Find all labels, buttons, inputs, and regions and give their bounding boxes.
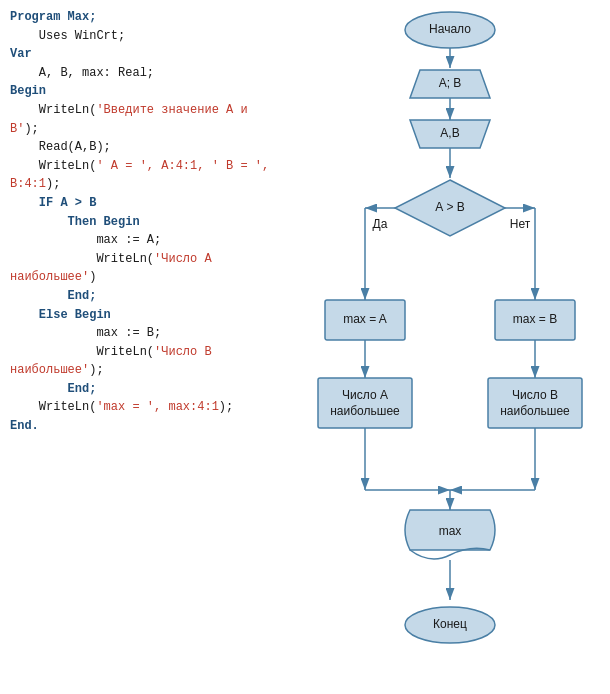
input-label: А; В bbox=[439, 76, 462, 90]
no-label: Нет bbox=[510, 217, 531, 231]
output-max-label: max bbox=[439, 524, 462, 538]
code-line-14: Else Begin bbox=[10, 306, 270, 325]
code-line-8: WriteLn(' A = ', A:4:1, ' B = ', B:4:1); bbox=[10, 157, 270, 194]
code-line-17: End; bbox=[10, 380, 270, 399]
code-line-3: Var bbox=[10, 45, 270, 64]
code-line-1: Program Max; bbox=[10, 8, 270, 27]
code-line-7: Read(A,B); bbox=[10, 138, 270, 157]
code-line-11: max := A; bbox=[10, 231, 270, 250]
code-line-15: max := B; bbox=[10, 324, 270, 343]
code-line-10: Then Begin bbox=[10, 213, 270, 232]
code-line-9: IF A > B bbox=[10, 194, 270, 213]
result-a-label-2: наибольшее bbox=[330, 404, 400, 418]
result-a-label-1: Число А bbox=[342, 388, 388, 402]
max-a-label: max = A bbox=[343, 312, 387, 326]
code-section: Program Max; Uses WinCrt; Var A, B, max:… bbox=[10, 8, 270, 436]
code-line-6: WriteLn('Введите значение А и В'); bbox=[10, 101, 270, 138]
yes-label: Да bbox=[373, 217, 388, 231]
start-label: Начало bbox=[429, 22, 471, 36]
code-line-4: A, B, max: Real; bbox=[10, 64, 270, 83]
result-b-shape bbox=[488, 378, 582, 428]
condition-label: А > В bbox=[435, 200, 465, 214]
result-a-shape bbox=[318, 378, 412, 428]
code-line-12: WriteLn('Число А наибольшее') bbox=[10, 250, 270, 287]
result-b-label-2: наибольшее bbox=[500, 404, 570, 418]
code-line-5: Begin bbox=[10, 82, 270, 101]
code-line-13: End; bbox=[10, 287, 270, 306]
code-line-16: WriteLn('Число В наибольшее'); bbox=[10, 343, 270, 380]
code-line-18: WriteLn('max = ', max:4:1); bbox=[10, 398, 270, 417]
output-input-label: А,В bbox=[440, 126, 459, 140]
flowchart: Начало А; В А,В А > В Да Нет max = A bbox=[290, 0, 610, 694]
result-b-label-1: Число В bbox=[512, 388, 558, 402]
code-line-2: Uses WinCrt; bbox=[10, 27, 270, 46]
end-label: Конец bbox=[433, 617, 467, 631]
code-line-19: End. bbox=[10, 417, 270, 436]
max-b-label: max = B bbox=[513, 312, 557, 326]
